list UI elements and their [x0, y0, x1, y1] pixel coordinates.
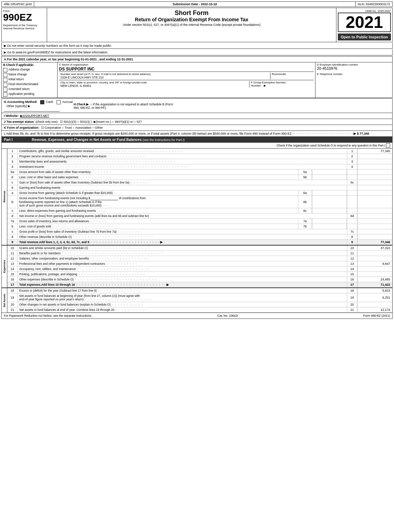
website-row: I Website: ▶DSSUPPORT.NET	[1, 113, 393, 119]
group-num-block: F Group Exemption Number Number ▶	[250, 81, 312, 88]
cb-application-pending-label: Application pending	[8, 92, 34, 96]
tax-status-row: J Tax-exempt status (check only one): ☑ …	[1, 119, 393, 125]
expenses-section: Expenses 10 Grants and similar amounts p…	[2, 245, 392, 287]
cb-address-change-label: Address change	[8, 68, 30, 71]
city-value: NEW LENOX, IL 60451	[60, 84, 248, 88]
cb-amended-return-box[interactable]	[3, 88, 7, 92]
l-arrow: ▶	[354, 132, 356, 135]
row-13: 13 Professional fees and other payments …	[7, 261, 392, 267]
cb-initial-return-label: Initial return	[8, 77, 24, 81]
row-17: 17 Total expenses. Add lines 10 through …	[7, 282, 392, 287]
ein-value: 20-4510976	[317, 66, 391, 70]
cb-final-return-label: Final return/terminated	[8, 82, 38, 86]
row-11: 11 Benefits paid to or for members · · ·…	[7, 251, 392, 256]
row-2: 2 Program service revenue including gove…	[7, 154, 392, 159]
city-label: City or town, state or province, country…	[60, 81, 248, 84]
footer: For Paperwork Reduction Act Notice, see …	[1, 313, 393, 319]
org-name: DS SUPPORT INC	[59, 67, 314, 72]
room-block: Room/suite	[270, 73, 312, 79]
open-public-badge: Open to Public Inspection	[338, 33, 391, 40]
row-14: 14 Occupancy, rent, utilities, and maint…	[7, 267, 392, 272]
city-row: City or town, state or province, country…	[59, 80, 314, 88]
page: efile GRAPHIC print Submission Date - 20…	[0, 0, 394, 320]
l-value: $ 77,345	[357, 132, 369, 135]
k-row: K Form of organization: ☑ Corporation ○ …	[1, 125, 393, 131]
row-6a: a Gross income from gaming (attach Sched…	[7, 190, 392, 196]
address-block: Number and street (or P. O. box, if mail…	[60, 73, 270, 79]
cb-name-change-label: Name change	[8, 73, 27, 76]
row-8: 8 Other revenue (describe in Schedule O)…	[7, 234, 392, 240]
instruction2: ▶ Go to www.irs.gov/Form990EZ for instru…	[1, 50, 393, 55]
row-3: 3 Membership dues and assessments · · · …	[7, 159, 392, 164]
row-1: 1 Contributions, gifts, grants, and simi…	[7, 149, 392, 154]
l-row: L Add lines 5b, 6c, and 7b to line 9 to …	[1, 131, 393, 137]
website-url: ▶DSSUPPORT.NET	[20, 114, 49, 118]
row-16: 16 Other expenses (describe in Schedule …	[7, 277, 392, 282]
row-5a: 5a Gross amount from sale of assets othe…	[7, 170, 392, 175]
row-18: 18 Excess or (deficit) for the year (Sub…	[7, 288, 392, 293]
subtitle: Under section 501(c), 527, or 4947(a)(1)…	[49, 23, 335, 27]
return-title: Return of Organization Exempt From Incom…	[49, 17, 335, 22]
row-desc-1: Contributions, gifts, grants, and simila…	[18, 149, 347, 153]
dln: DLN: 93492293003172	[356, 2, 392, 7]
cb-initial-return-box[interactable]	[3, 78, 7, 82]
revenue-section-tag: Revenue	[2, 149, 7, 245]
d-label: D Employer identification number	[317, 63, 391, 66]
part1-label: Part I	[4, 138, 32, 142]
cb-amended-return-label: Amended return	[8, 87, 30, 91]
c-label: C Name of organization	[59, 63, 314, 66]
cb-name-change: Name change	[3, 73, 56, 77]
cb-application-pending-box[interactable]	[3, 92, 7, 97]
row-bcd: B Check if applicable: Address change Na…	[2, 62, 392, 98]
cb-address-change-box[interactable]	[3, 68, 7, 72]
cb-address-change: Address change	[3, 68, 56, 72]
cb-final-return-box[interactable]	[3, 83, 7, 87]
row-6b: b Gross income from fundraising events (…	[7, 196, 392, 208]
dept-label: Department of the Treasury Internal Reve…	[3, 24, 45, 30]
city-block: City or town, state or province, country…	[60, 81, 250, 88]
net-assets-section: Net Assets 18 Excess or (deficit) for th…	[2, 287, 392, 313]
acct-other-label: Other (specify) ▶	[7, 104, 31, 108]
row-value-1: 77,345	[357, 149, 392, 153]
part1-subheader: Check if the organization used Schedule …	[2, 143, 392, 149]
title-section: Form 990EZ Department of the Treasury In…	[1, 8, 393, 42]
row-num-1: 1	[7, 149, 18, 153]
row-7a: 7a Gross sales of inventory, less return…	[7, 219, 392, 224]
cb-name-change-box[interactable]	[3, 73, 7, 77]
row-6d: d Net income or (loss) from gaming and f…	[7, 213, 392, 219]
row-5c: c Gain or (loss) from sale of assets oth…	[7, 180, 392, 185]
cb-application-pending: Application pending	[3, 92, 56, 97]
expenses-section-tag: Expenses	[2, 246, 7, 287]
paperwork-label: For Paperwork Reduction Act Notice, see …	[4, 314, 92, 317]
col-d: D Employer identification number 20-4510…	[315, 62, 392, 98]
col-c: C Name of organization DS SUPPORT INC Nu…	[58, 62, 315, 98]
form-number: 990EZ	[3, 13, 45, 22]
omb-number: OMB No. 1545-0047	[338, 9, 391, 13]
form-main-grid: B Check if applicable: Address change Na…	[1, 62, 393, 98]
row-7b: b Less: cost of goods sold · · · · · · ·…	[7, 224, 392, 229]
cat-no: Cat. No. 10642I	[217, 314, 238, 317]
short-form-title: Short Form	[49, 9, 335, 17]
row-7c: c Gross profit or (loss) from sales of i…	[7, 229, 392, 234]
year-block: OMB No. 1545-0047 2021 Open to Public In…	[336, 8, 392, 42]
header-bar: efile GRAPHIC print Submission Date - 20…	[1, 1, 393, 7]
cb-final-return: Final return/terminated	[3, 82, 56, 87]
acct-g-label: G Accounting Method: Cash Accrual Other …	[4, 100, 74, 112]
row-6: 6 Gaming and fundraising events	[7, 185, 392, 190]
row-21: 21 Net assets or fund balances at end of…	[7, 307, 392, 313]
row-6c: c Less: direct expenses from gaming and …	[7, 208, 392, 213]
b-label: B Check if applicable:	[3, 63, 56, 67]
title-main: Short Form Return of Organization Exempt…	[47, 8, 336, 42]
cb-initial-return: Initial return	[3, 77, 56, 82]
efile-label: efile GRAPHIC print	[2, 2, 34, 7]
revenue-section: Revenue 1 Contributions, gifts, grants, …	[2, 149, 392, 245]
col-b: B Check if applicable: Address change Na…	[2, 62, 58, 98]
row-linenum-1: 1	[347, 149, 357, 153]
revenue-rows: 1 Contributions, gifts, grants, and simi…	[7, 149, 392, 245]
submission-date: Submission Date - 2022-10-18	[34, 2, 356, 7]
form-number-block: Form 990EZ Department of the Treasury In…	[2, 8, 47, 42]
acct-checkbox-accrual: Accrual	[57, 100, 73, 104]
f-label: F Group Exemption Number	[251, 81, 312, 84]
part1-header: Part I Revenue, Expenses, and Changes in…	[2, 137, 392, 143]
e-label: E Telephone number	[317, 73, 391, 76]
